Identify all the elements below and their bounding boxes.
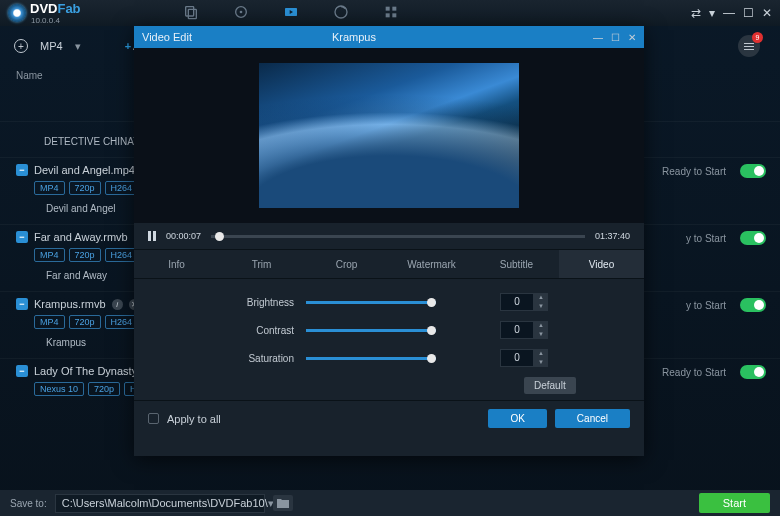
status-text: y to Start [686, 233, 726, 244]
svg-rect-1 [188, 9, 196, 18]
collapse-icon[interactable]: − [16, 231, 28, 243]
top-nav [181, 4, 401, 22]
tag[interactable]: Nexus 10 [34, 382, 84, 396]
tag[interactable]: MP4 [34, 315, 65, 329]
collapse-icon[interactable]: − [16, 164, 28, 176]
svg-point-6 [335, 6, 347, 18]
nav-utilities-icon[interactable] [381, 4, 401, 22]
contrast-label: Contrast [154, 325, 294, 336]
save-path-input[interactable]: C:\Users\Malcolm\Documents\DVDFab10\▾ [55, 494, 265, 513]
total-time: 01:37:40 [595, 231, 630, 241]
enable-toggle[interactable] [740, 365, 766, 379]
nav-ripper-icon[interactable] [231, 4, 251, 22]
tag[interactable]: MP4 [34, 181, 65, 195]
tag[interactable]: 720p [88, 382, 120, 396]
svg-rect-9 [385, 13, 389, 17]
dialog-maximize-icon[interactable]: ☐ [611, 32, 620, 43]
ok-button[interactable]: OK [488, 409, 546, 428]
slider-handle[interactable] [427, 326, 436, 335]
brightness-value[interactable]: 0 [500, 293, 534, 311]
enable-toggle[interactable] [740, 164, 766, 178]
browse-folder-icon[interactable] [273, 495, 293, 511]
step-down-icon[interactable]: ▼ [534, 330, 548, 339]
contrast-row: Contrast 0 ▲▼ [154, 321, 624, 339]
tab-trim[interactable]: Trim [219, 250, 304, 278]
svg-rect-10 [392, 13, 396, 17]
logo-icon [8, 4, 26, 22]
swap-icon[interactable]: ⇄ [691, 6, 701, 20]
step-down-icon[interactable]: ▼ [534, 302, 548, 311]
close-icon[interactable]: ✕ [762, 6, 772, 20]
step-up-icon[interactable]: ▲ [534, 349, 548, 358]
slider-handle[interactable] [427, 354, 436, 363]
nav-creator-icon[interactable] [331, 4, 351, 22]
tab-subtitle[interactable]: Subtitle [474, 250, 559, 278]
pause-icon[interactable] [148, 231, 156, 241]
maximize-icon[interactable]: ☐ [743, 6, 754, 20]
saveto-label: Save to: [10, 498, 47, 509]
saturation-stepper[interactable]: 0 ▲▼ [500, 349, 548, 367]
nav-converter-icon[interactable] [281, 4, 301, 22]
save-path-text: C:\Users\Malcolm\Documents\DVDFab10\ [62, 497, 268, 509]
step-up-icon[interactable]: ▲ [534, 293, 548, 302]
step-down-icon[interactable]: ▼ [534, 358, 548, 367]
menu-button[interactable]: 9 [738, 35, 760, 57]
tag[interactable]: 720p [69, 181, 101, 195]
saturation-value[interactable]: 0 [500, 349, 534, 367]
row-title: Far and Away.rmvb [34, 231, 128, 243]
apply-all-checkbox[interactable] [148, 413, 159, 424]
row-title: Krampus.rmvb [34, 298, 106, 310]
tab-info[interactable]: Info [134, 250, 219, 278]
tab-watermark[interactable]: Watermark [389, 250, 474, 278]
notification-badge: 9 [752, 32, 763, 43]
edit-tabs: Info Trim Crop Watermark Subtitle Video [134, 249, 644, 279]
step-up-icon[interactable]: ▲ [534, 321, 548, 330]
start-button[interactable]: Start [699, 493, 770, 513]
contrast-stepper[interactable]: 0 ▲▼ [500, 321, 548, 339]
video-edit-dialog: Video Edit Krampus — ☐ ✕ 00:00:07 01:37:… [134, 26, 644, 456]
cancel-button[interactable]: Cancel [555, 409, 630, 428]
nav-copy-icon[interactable] [181, 4, 201, 22]
tag[interactable]: 720p [69, 248, 101, 262]
dialog-close-icon[interactable]: ✕ [628, 32, 636, 43]
dropdown-icon[interactable]: ▾ [709, 6, 715, 20]
collapse-icon[interactable]: − [16, 298, 28, 310]
enable-toggle[interactable] [740, 298, 766, 312]
logo-text-2: Fab [57, 1, 80, 16]
titlebar: DVDFab 10.0.0.4 ⇄ ▾ — ☐ ✕ [0, 0, 780, 26]
tag[interactable]: 720p [69, 315, 101, 329]
info-icon[interactable]: i [112, 299, 123, 310]
dialog-footer: Apply to all OK Cancel [134, 400, 644, 436]
default-button[interactable]: Default [524, 377, 576, 394]
contrast-slider[interactable] [306, 329, 436, 332]
status-text: Ready to Start [662, 367, 726, 378]
svg-rect-7 [385, 7, 389, 11]
profile-label[interactable]: MP4 [40, 40, 63, 52]
tab-crop[interactable]: Crop [304, 250, 389, 278]
current-time: 00:00:07 [166, 231, 201, 241]
slider-handle[interactable] [427, 298, 436, 307]
logo-text-1: DVD [30, 1, 57, 16]
seek-handle[interactable] [215, 232, 224, 241]
minimize-icon[interactable]: — [723, 6, 735, 20]
video-controls: Brightness 0 ▲▼ Contrast 0 ▲▼ Saturation… [134, 279, 644, 400]
collapse-icon[interactable]: − [16, 365, 28, 377]
window-controls: ⇄ ▾ — ☐ ✕ [691, 6, 772, 20]
dialog-minimize-icon[interactable]: — [593, 32, 603, 43]
enable-toggle[interactable] [740, 231, 766, 245]
brightness-slider[interactable] [306, 301, 436, 304]
dialog-titlebar: Video Edit Krampus — ☐ ✕ [134, 26, 644, 48]
status-text: y to Start [686, 300, 726, 311]
saturation-label: Saturation [154, 353, 294, 364]
tag[interactable]: MP4 [34, 248, 65, 262]
seek-slider[interactable] [211, 235, 585, 238]
brightness-stepper[interactable]: 0 ▲▼ [500, 293, 548, 311]
app-logo: DVDFab 10.0.0.4 [8, 1, 81, 25]
tab-video[interactable]: Video [559, 250, 644, 278]
video-frame [259, 63, 519, 208]
bottom-bar: Save to: C:\Users\Malcolm\Documents\DVDF… [0, 490, 780, 516]
saturation-slider[interactable] [306, 357, 436, 360]
playback-bar: 00:00:07 01:37:40 [134, 223, 644, 249]
add-profile-icon[interactable]: + [14, 39, 28, 53]
contrast-value[interactable]: 0 [500, 321, 534, 339]
